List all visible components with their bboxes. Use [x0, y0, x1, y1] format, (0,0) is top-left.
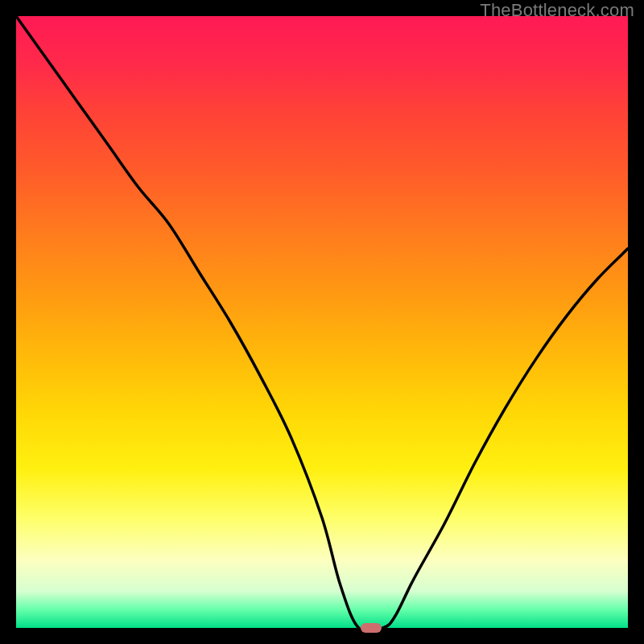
minimum-marker	[361, 623, 382, 633]
bottleneck-chart: TheBottleneck.com	[0, 0, 644, 644]
bottleneck-curve	[16, 16, 628, 628]
plot-area	[16, 16, 628, 628]
curve-svg	[16, 16, 628, 628]
